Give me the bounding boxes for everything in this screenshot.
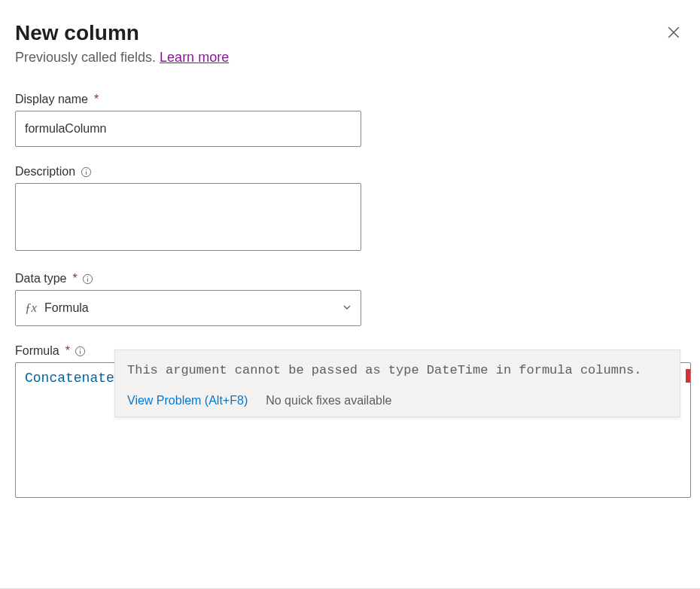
formula-label-text: Formula: [15, 344, 59, 358]
display-name-input[interactable]: [15, 111, 361, 147]
data-type-select[interactable]: ƒx Formula: [15, 290, 361, 326]
no-fixes-text: No quick fixes available: [266, 394, 391, 407]
fx-icon: ƒx: [25, 301, 37, 316]
formula-token-function: Concatenate: [25, 371, 114, 386]
description-label-text: Description: [15, 165, 75, 179]
problem-tooltip: This argument cannot be passed as type D…: [114, 349, 680, 417]
info-icon[interactable]: [80, 166, 92, 178]
data-type-label-text: Data type: [15, 272, 66, 285]
svg-point-7: [87, 276, 88, 276]
required-asterisk: *: [65, 344, 70, 358]
svg-point-4: [85, 169, 86, 169]
required-asterisk: *: [94, 93, 99, 106]
description-label: Description: [15, 165, 685, 179]
close-icon: [667, 26, 680, 39]
problem-message: This argument cannot be passed as type D…: [115, 350, 680, 389]
required-asterisk: *: [72, 272, 77, 285]
view-problem-link[interactable]: View Problem (Alt+F8): [127, 394, 248, 407]
display-name-label: Display name *: [15, 93, 685, 106]
subtitle-text: Previously called fields.: [15, 50, 160, 65]
svg-point-10: [80, 348, 81, 349]
description-input[interactable]: [15, 183, 361, 251]
display-name-label-text: Display name: [15, 93, 88, 106]
editor-cursor-indicator: [686, 369, 690, 383]
panel-title: New column: [15, 21, 229, 45]
close-button[interactable]: [662, 21, 685, 44]
data-type-label: Data type *: [15, 272, 685, 285]
chevron-down-icon: [342, 301, 352, 315]
learn-more-link[interactable]: Learn more: [160, 50, 229, 65]
panel-subtitle: Previously called fields. Learn more: [15, 50, 229, 66]
data-type-value: Formula: [44, 301, 89, 315]
info-icon[interactable]: [75, 345, 87, 357]
info-icon[interactable]: [82, 273, 94, 285]
